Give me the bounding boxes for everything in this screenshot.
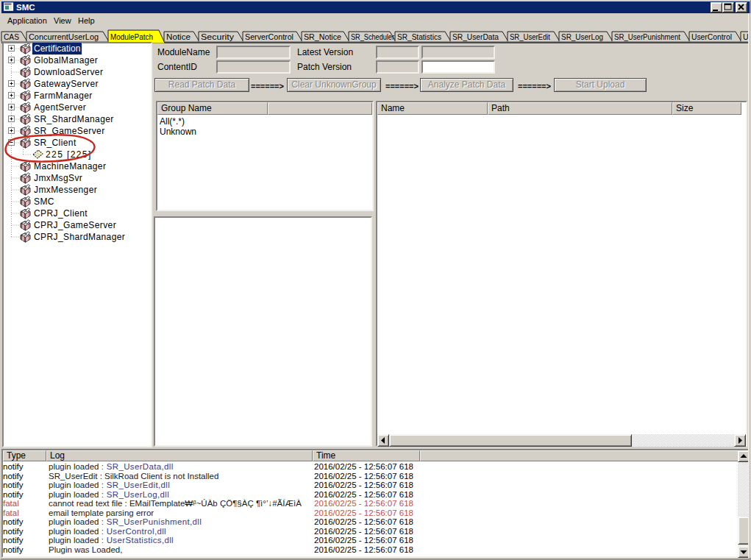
svg-text:CAS: CAS bbox=[4, 32, 19, 41]
svg-text:SR_UserLog: SR_UserLog bbox=[561, 32, 603, 41]
svg-text:UserControl: UserControl bbox=[691, 32, 732, 41]
svg-text:SR_UserPunishment: SR_UserPunishment bbox=[614, 32, 680, 41]
svg-text:SR_UserData: SR_UserData bbox=[452, 32, 499, 41]
svg-text:Security: Security bbox=[201, 32, 235, 41]
svg-text:ModulePatch: ModulePatch bbox=[110, 32, 153, 41]
svg-text:SR_Notice: SR_Notice bbox=[304, 32, 341, 41]
svg-text:ConcurrentUserLog: ConcurrentUserLog bbox=[29, 32, 99, 41]
svg-text:Notice: Notice bbox=[166, 32, 191, 41]
svg-text:SR_Statistics: SR_Statistics bbox=[397, 32, 441, 41]
svg-text:ServerControl: ServerControl bbox=[245, 32, 293, 41]
svg-text:SR_UserEdit: SR_UserEdit bbox=[510, 32, 550, 41]
svg-text:SR_Scheduler: SR_Scheduler bbox=[351, 32, 394, 41]
